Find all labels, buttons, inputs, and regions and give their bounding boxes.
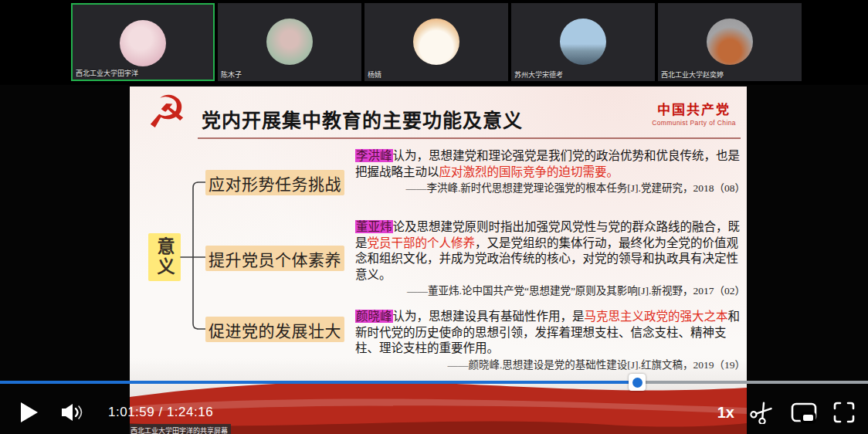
quote-emphasis: 应对激烈的国际竞争的迫切需要。: [439, 165, 619, 178]
citation: ——李洪峰.新时代思想建党理论强党的根本任务[J].党建研究，2018（08）: [355, 181, 745, 195]
diagram-branch-box: 促进党的发展壮大: [205, 317, 344, 342]
fullscreen-icon: [832, 401, 856, 424]
author-highlight: 董亚炜: [355, 220, 393, 233]
time-display: 1:01:59 / 1:24:16: [108, 405, 213, 420]
avatar: [120, 20, 166, 66]
participant-name: 苏州大学宋德考: [514, 70, 563, 80]
picture-in-picture-icon: [790, 401, 818, 424]
controls-left: 1:01:59 / 1:24:16: [20, 396, 213, 429]
controls-right: 1x: [717, 396, 856, 429]
citation: ——董亚炜.论中国共产党“思想建党”原则及其影响[J].新视野，2017（02）: [355, 284, 745, 298]
brand-en: Communist Party of China: [652, 119, 736, 127]
participant-tile[interactable]: 陈木子: [218, 3, 361, 81]
slide-brand: 中国共产党 Communist Party of China: [652, 99, 736, 127]
play-icon: [20, 402, 39, 423]
volume-icon: [61, 402, 86, 422]
brand-cn: 中国共产党: [652, 99, 736, 118]
participant-tile[interactable]: 西北工业大学田宇洋: [71, 3, 215, 81]
header-divider: [198, 137, 741, 139]
clip-button[interactable]: [749, 401, 775, 424]
picture-in-picture-button[interactable]: [790, 401, 818, 424]
diagram-branch-box: 提升党员个体素养: [205, 246, 344, 271]
fullscreen-button[interactable]: [832, 401, 856, 424]
participant-name: 西北工业大学赵奕婷: [661, 70, 724, 80]
participant-name: 西北工业大学田宇洋: [76, 68, 138, 78]
scissors-icon: [749, 401, 775, 424]
volume-button[interactable]: [61, 402, 86, 422]
slide-title: 党内开展集中教育的主要功能及意义: [202, 105, 523, 133]
participant-strip: 西北工业大学田宇洋 陈木子 杨婧 苏州大学宋德考 西北工业大学赵奕婷: [0, 0, 868, 85]
author-highlight: 李洪峰: [355, 149, 393, 162]
participant-name: 杨婧: [368, 70, 381, 80]
participant-tile[interactable]: 西北工业大学赵奕婷: [658, 3, 802, 81]
quote-emphasis: 马克思主义政党的强大之本: [585, 310, 728, 323]
participant-tile[interactable]: 杨婧: [364, 3, 508, 81]
progress-scrubber[interactable]: [629, 374, 646, 391]
avatar: [560, 19, 606, 65]
progress-played: [0, 381, 637, 384]
progress-bar[interactable]: [0, 381, 868, 384]
video-player: 西北工业大学田宇洋 陈木子 杨婧 苏州大学宋德考 西北工业大学赵奕婷 ☭ 党内开…: [0, 0, 868, 434]
participant-tile[interactable]: 苏州大学宋德考: [511, 3, 655, 81]
diagram-branch-box: 应对形势任务挑战: [205, 170, 344, 195]
participant-name: 陈木子: [221, 70, 242, 80]
quote-text: 认为，思想建设具有基础性作用，是: [393, 310, 585, 323]
author-highlight: 颜晓峰: [355, 310, 393, 323]
diagram-bracket-lines: [130, 86, 222, 349]
avatar: [413, 19, 459, 65]
playback-speed-button[interactable]: 1x: [717, 404, 734, 422]
avatar: [707, 19, 753, 65]
play-button[interactable]: [20, 402, 39, 423]
quote-emphasis: 党员干部的个人修养: [368, 236, 476, 249]
avatar: [266, 19, 313, 65]
quote-block: 李洪峰认为，思想建党和理论强党是我们党的政治优势和优良传统，也是把握战略主动以应…: [355, 148, 745, 195]
quote-block: 董亚炜论及思想建党原则时指出加强党风党性与党的群众路线的融合，既是党员干部的个人…: [355, 219, 745, 298]
